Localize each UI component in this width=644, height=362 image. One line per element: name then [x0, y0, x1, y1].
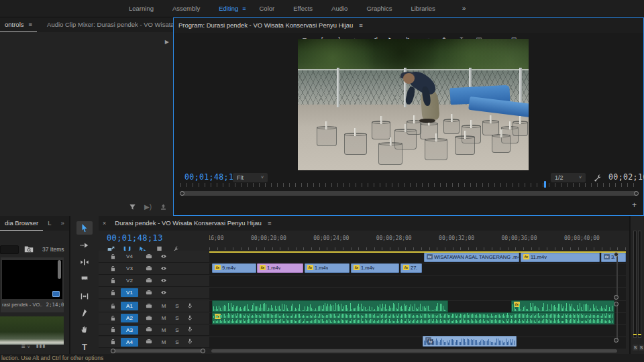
- toggle-track-output-eye-icon[interactable]: [160, 263, 168, 275]
- track-header-v3[interactable]: V3: [99, 263, 209, 275]
- timeline-clip[interactable]: [212, 300, 448, 312]
- lock-icon[interactable]: [109, 312, 117, 324]
- timeline-clip-1-m4v[interactable]: fx1.m4v: [305, 263, 350, 273]
- thumbnail-size-icon[interactable]: ▮▮▮: [36, 343, 46, 349]
- solo-button[interactable]: S: [174, 327, 180, 333]
- view-mode-icon[interactable]: ≡ ˅: [21, 343, 30, 350]
- timeline-hscrollbar[interactable]: [211, 349, 617, 353]
- voiceover-mic-icon[interactable]: [186, 336, 193, 348]
- sync-lock-icon[interactable]: [145, 287, 153, 299]
- search-input[interactable]: [0, 245, 19, 254]
- panel-menu-icon[interactable]: ≡: [29, 17, 38, 32]
- twirl-open-icon[interactable]: ▶: [165, 39, 169, 45]
- zoom-handle-right[interactable]: [634, 191, 639, 196]
- lock-icon[interactable]: [109, 251, 117, 263]
- settings-wrench-icon[interactable]: [594, 174, 602, 182]
- solo-button[interactable]: S: [174, 303, 180, 309]
- razor-tool[interactable]: [76, 272, 93, 286]
- voiceover-mic-icon[interactable]: [186, 324, 193, 336]
- sync-lock-icon[interactable]: [145, 275, 153, 287]
- timeline-clip-9-m4v[interactable]: fx9.m4v: [212, 263, 256, 273]
- timeline-clip-11-m4v[interactable]: fx11.m4v: [521, 253, 600, 262]
- track-target-v1[interactable]: V1: [121, 288, 138, 297]
- toggle-track-output-eye-icon[interactable]: [160, 287, 168, 299]
- solo-right-button[interactable]: S: [639, 345, 644, 351]
- media-list-scrollbar[interactable]: [58, 260, 61, 279]
- workspace-tab-learning[interactable]: Learning: [119, 0, 163, 17]
- voiceover-mic-icon[interactable]: [186, 300, 193, 312]
- scroll-handle[interactable]: [614, 252, 619, 257]
- sequence-thumbnail[interactable]: [2, 260, 62, 299]
- track-target-a1[interactable]: A1: [121, 302, 138, 310]
- scroll-handle[interactable]: [614, 302, 619, 306]
- zoom-handle-left[interactable]: [180, 191, 184, 196]
- track-header-v1[interactable]: V1: [99, 287, 209, 299]
- track-select-forward-tool[interactable]: [76, 238, 93, 251]
- track-target-a3[interactable]: A3: [121, 326, 138, 335]
- timeline-clip-wisatawan-asal-tangerang-m4v-[interactable]: fxWISATAWAN ASAL TANGERANG .m4v [: [424, 253, 519, 262]
- fit-dropdown[interactable]: Fit˅: [233, 173, 268, 182]
- sync-lock-icon[interactable]: [145, 312, 153, 324]
- selection-tool[interactable]: [76, 221, 93, 235]
- sync-lock-icon[interactable]: [145, 263, 153, 275]
- timeline-clip[interactable]: fx: [511, 300, 614, 312]
- tab-sequence[interactable]: Durasi pendek - VO Wisata Konservasi Pen…: [110, 216, 266, 231]
- toggle-track-output-eye-icon[interactable]: [160, 275, 168, 287]
- timeline-clip[interactable]: fxfx: [423, 336, 517, 347]
- lock-icon[interactable]: [109, 324, 117, 336]
- ripple-edit-tool[interactable]: [76, 255, 93, 269]
- tab-libraries-partial[interactable]: L: [43, 216, 56, 231]
- media-browser-overflow-icon[interactable]: »: [56, 216, 68, 231]
- mute-button[interactable]: M: [161, 327, 166, 333]
- program-playhead[interactable]: [544, 181, 546, 188]
- headers-hscrollbar[interactable]: [113, 349, 202, 353]
- track-target-v3[interactable]: V3: [121, 264, 138, 273]
- timeline-clip[interactable]: fx: [212, 312, 614, 324]
- program-mini-ruler[interactable]: [180, 183, 638, 187]
- workspace-tab-effects[interactable]: Effects: [284, 0, 322, 17]
- timeline-tracks-area[interactable]: fxWISATAWAN ASAL TANGERANG .m4v [fx11.m4…: [209, 251, 626, 349]
- tab-audio-clip-mixer[interactable]: Audio Clip Mixer: Durasi pendek - VO Wis…: [42, 17, 173, 32]
- lock-icon[interactable]: [109, 287, 117, 299]
- type-tool[interactable]: T: [76, 341, 93, 354]
- timeline-ruler[interactable]: 00;00;16;0000;00;20;0000;00;24;0000;00;2…: [209, 232, 626, 251]
- workspace-tab-assembly[interactable]: Assembly: [163, 0, 209, 17]
- program-zoom-scrollbar[interactable]: [180, 191, 638, 196]
- mute-button[interactable]: M: [161, 315, 166, 321]
- track-lane-a3[interactable]: [209, 324, 626, 336]
- workspace-tab-color[interactable]: Color: [250, 0, 284, 17]
- toggle-track-output-eye-icon[interactable]: [160, 251, 168, 263]
- sync-lock-icon[interactable]: [145, 300, 153, 312]
- play-around-icon[interactable]: ▶): [144, 203, 152, 210]
- timeline-clip-1-m4v[interactable]: fx1.m4v: [351, 263, 399, 273]
- mute-button[interactable]: M: [161, 339, 166, 345]
- lock-icon[interactable]: [109, 275, 117, 287]
- solo-button[interactable]: S: [174, 315, 180, 321]
- voiceover-mic-icon[interactable]: [186, 312, 193, 324]
- timeline-current-timecode[interactable]: 00;01;48;13: [107, 233, 163, 243]
- hand-tool[interactable]: [76, 323, 93, 337]
- program-panel-menu-icon[interactable]: ≡: [358, 18, 368, 33]
- timeline-clip-1-m4v[interactable]: fx1.m4v: [257, 263, 303, 273]
- scroll-handle[interactable]: [201, 349, 205, 353]
- scroll-handle[interactable]: [614, 295, 619, 300]
- export-icon[interactable]: [160, 203, 167, 210]
- track-header-a3[interactable]: A3MS: [99, 324, 209, 336]
- lock-icon[interactable]: [109, 300, 117, 312]
- track-target-v2[interactable]: V2: [121, 276, 138, 285]
- button-editor-plus-icon[interactable]: +: [632, 200, 637, 210]
- mute-button[interactable]: M: [161, 303, 166, 309]
- lock-icon[interactable]: [109, 263, 117, 275]
- filter-icon[interactable]: [129, 203, 136, 210]
- slip-tool[interactable]: [76, 290, 93, 303]
- sync-lock-icon[interactable]: [145, 251, 153, 263]
- list-item-selected[interactable]: rasi pendek - VO.. 2;14;02: [1, 257, 64, 312]
- tab-effect-controls[interactable]: ontrols: [0, 17, 29, 32]
- workspace-overflow-icon[interactable]: »: [462, 5, 466, 12]
- track-lane-v1[interactable]: [209, 287, 626, 299]
- sync-lock-icon[interactable]: [145, 336, 153, 348]
- workspace-tab-audio[interactable]: Audio: [322, 0, 357, 17]
- program-current-timecode[interactable]: 00;01;48;13: [184, 172, 239, 182]
- playback-resolution-dropdown[interactable]: 1/2˅: [551, 173, 586, 182]
- track-target-a4[interactable]: A4: [121, 338, 138, 347]
